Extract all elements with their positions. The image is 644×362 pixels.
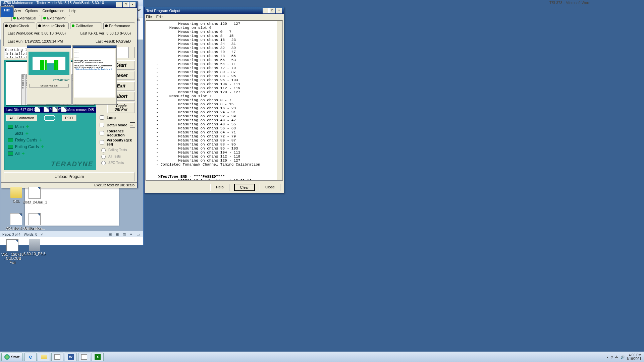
last-dib: Last Dib: 617-084-01 xyxy=(6,108,38,112)
output-titlebar[interactable]: Test Program Output _ □ × xyxy=(145,7,284,14)
file-icon xyxy=(35,107,40,112)
loop-checkbox[interactable] xyxy=(100,115,104,120)
wb-ver: Last WorkBook Ver: 3.60.10 (P605) xyxy=(8,31,66,35)
icon-label: 3.60.10_P6.5 xyxy=(23,252,46,256)
maximize-icon[interactable]: □ xyxy=(123,2,129,7)
network-icon[interactable]: 🖧 xyxy=(615,355,619,359)
app-icon xyxy=(54,354,60,360)
task-app2[interactable] xyxy=(78,353,90,361)
scrollbar-icon[interactable] xyxy=(277,21,282,180)
j750-title: J750 Maintenance - Tester Mode MUI8.15 W… xyxy=(3,1,116,9)
file-icon xyxy=(52,107,58,112)
minimize-icon[interactable]: _ xyxy=(116,2,122,7)
detail-checkbox[interactable] xyxy=(100,123,104,127)
file-icon xyxy=(10,213,22,225)
desktop-icon[interactable]: slot3_24Jan_1 xyxy=(23,187,46,204)
draft-icon[interactable]: ▭ xyxy=(135,231,141,237)
minimize-icon[interactable]: _ xyxy=(263,8,269,13)
menu-help[interactable]: Help xyxy=(69,9,76,13)
nav-main[interactable]: Main+ xyxy=(8,123,93,130)
embedded-j750-thumb: TERADYNE Unload Program xyxy=(27,45,71,105)
close-icon[interactable]: × xyxy=(276,8,282,13)
menu-configuration[interactable]: Configuration xyxy=(43,9,64,13)
radio-all-tests[interactable] xyxy=(101,155,106,159)
word-icon: W xyxy=(68,354,74,360)
radio-spc-tests[interactable] xyxy=(101,161,106,165)
detail-more-button[interactable]: ... xyxy=(130,122,135,128)
word-statusbar: Page: 3 of 4 Words: 0 ✔ ▤ ▦ ▥ ≡ ▭ xyxy=(0,231,143,237)
menu-options[interactable]: Options xyxy=(25,9,38,13)
output-title: Test Program Output xyxy=(146,9,180,13)
last-result: Last Result: PASSED xyxy=(96,39,131,43)
words-status: Words: 0 xyxy=(24,233,37,236)
close-button[interactable]: Close xyxy=(260,184,280,191)
system-tray: ▴ ⊙ 🖧 🔊 4:00 PM 1/19/2021 xyxy=(604,353,644,361)
tray-icon[interactable]: ⊙ xyxy=(610,355,613,359)
tab-file[interactable]: File xyxy=(0,6,14,17)
excel-icon: X xyxy=(95,354,101,360)
output-menubar: File Edit xyxy=(145,14,284,19)
tray-expand-icon[interactable]: ▴ xyxy=(607,355,608,359)
output-text[interactable]: - Measuring on chans 120 - 127 - Measuri… xyxy=(146,20,283,181)
unload-program-button[interactable]: Unload Program xyxy=(4,172,135,181)
word-title: TSL373 - Microsoft Word xyxy=(549,1,590,5)
clear-button[interactable]: Clear xyxy=(234,184,255,191)
desktop-icon[interactable]: V51 - 120718 - CULCUB Fail xyxy=(1,239,24,264)
clock-date[interactable]: 1/19/2021 xyxy=(627,357,642,361)
j750-titlebar[interactable]: J750 Maintenance - Tester Mode MUI8.15 W… xyxy=(1,1,137,8)
clock-time[interactable]: 4:00 PM xyxy=(627,353,642,357)
file-icon xyxy=(6,239,18,251)
tab-performance[interactable]: Performance xyxy=(103,22,135,29)
embedded-output-thumb: - - - - -- - - - -- - - - -- - - - -- - … xyxy=(72,45,117,105)
file-icon xyxy=(29,187,41,199)
task-explorer[interactable] xyxy=(38,353,50,361)
pcit-button[interactable]: PCIT xyxy=(62,115,76,121)
menu-edit[interactable]: Edit xyxy=(156,15,163,19)
web-layout-icon[interactable]: ▥ xyxy=(121,231,127,237)
tolerance-checkbox[interactable] xyxy=(100,131,104,135)
file-icon xyxy=(29,213,41,225)
task-excel[interactable]: X xyxy=(92,353,104,361)
start-button[interactable]: Start xyxy=(1,353,22,361)
menu-file[interactable]: File xyxy=(146,15,152,19)
radio-failing-tests[interactable] xyxy=(101,148,106,153)
task-app1[interactable] xyxy=(51,353,63,361)
nav-relay-cards[interactable]: Relay Cards+ xyxy=(8,137,93,143)
outline-icon[interactable]: ≡ xyxy=(128,231,134,237)
j750-menubar: File View Options Configuration Help xyxy=(1,8,137,13)
verbosity-checkbox[interactable] xyxy=(100,140,104,144)
output-window: Test Program Output _ □ × File Edit - Me… xyxy=(144,7,284,193)
explorer-icon xyxy=(41,355,47,359)
volume-icon[interactable]: 🔊 xyxy=(621,355,625,359)
menu-view[interactable]: View xyxy=(13,9,21,13)
ie-icon: e xyxy=(29,354,32,360)
tab-externalpv[interactable]: ExternalPV xyxy=(42,15,70,21)
close-icon[interactable]: × xyxy=(129,2,136,7)
windows-orb-icon xyxy=(4,354,10,360)
nav-all[interactable]: All+ xyxy=(8,150,93,157)
scrollbar-icon[interactable] xyxy=(128,47,134,58)
nav-slots[interactable]: Slots+ xyxy=(8,130,93,137)
nav-failing-cards[interactable]: Failing Cards+ xyxy=(8,143,93,150)
desktop-icon[interactable]: Calibration... xyxy=(23,213,46,230)
desktop-icon[interactable]: 3.60.10_P6.5 xyxy=(23,239,46,256)
file-icon xyxy=(61,107,66,112)
full-screen-icon[interactable]: ▦ xyxy=(114,231,120,237)
last-run: Last Run: 1/19/2021 12:09:14 PM xyxy=(8,39,63,43)
task-word[interactable]: W xyxy=(65,353,77,361)
file-icon xyxy=(44,107,49,112)
icon-label: V51 - 120718 - CULCUB Fail xyxy=(1,252,24,264)
igxl-ver: Last IG-XL Ver: 3.60.10 (P605) xyxy=(80,31,131,35)
help-button[interactable]: Help xyxy=(210,184,229,191)
tab-modulecheck[interactable]: ModuleCheck xyxy=(37,22,68,29)
print-layout-icon[interactable]: ▤ xyxy=(107,231,113,237)
taskbar: Start e W X ▴ ⊙ 🖧 🔊 4:00 PM 1/19/2021 xyxy=(0,352,644,362)
tab-externalcal[interactable]: ExternalCal xyxy=(11,15,40,21)
ac-calibration-button[interactable]: AC_Calibration xyxy=(6,115,37,121)
maximize-icon[interactable]: □ xyxy=(269,8,275,13)
tab-calibration[interactable]: Calibration xyxy=(70,22,102,29)
tab-quickcheck[interactable]: QuickCheck xyxy=(3,22,35,29)
icon-label: slot3_24Jan_1 xyxy=(23,200,46,204)
spell-check-icon[interactable]: ✔ xyxy=(41,233,43,236)
task-ie[interactable]: e xyxy=(24,353,37,361)
